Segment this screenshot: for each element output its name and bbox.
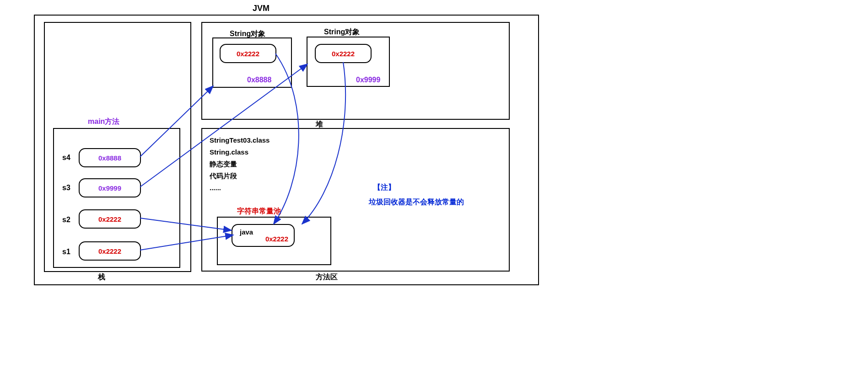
jvm-title: JVM [253, 4, 270, 13]
method-line-3: 静态变量 [210, 160, 237, 169]
note-title: 【注】 [373, 183, 395, 192]
var-s4-pill: 0x8888 [79, 148, 141, 167]
var-s1-label: s1 [62, 248, 70, 256]
var-s4-label: s4 [62, 154, 70, 162]
pool-entry-label: java [240, 228, 253, 236]
method-line-1: StringTest03.class [210, 136, 270, 144]
var-s1-pill: 0x2222 [79, 241, 141, 261]
string-obj1-pill: 0x2222 [220, 44, 276, 63]
var-s2-pill: 0x2222 [79, 209, 141, 229]
string-pool-title: 字符串常量池 [237, 207, 281, 216]
var-s2-label: s2 [62, 216, 70, 224]
var-s3-label: s3 [62, 184, 70, 192]
string-obj2-pill: 0x2222 [315, 44, 372, 63]
stack-label: 栈 [98, 272, 105, 282]
string-pool-entry: java 0x2222 [232, 224, 295, 247]
main-method-label: main方法 [88, 117, 119, 127]
string-obj2-addr: 0x9999 [356, 76, 380, 84]
method-area-label: 方法区 [316, 272, 338, 282]
note-body: 垃圾回收器是不会释放常量的 [369, 197, 464, 207]
pool-entry-addr: 0x2222 [265, 235, 294, 243]
method-line-2: String.class [210, 148, 248, 156]
string-obj2-title: String对象 [324, 27, 360, 37]
method-line-5: ...... [210, 184, 221, 192]
method-line-4: 代码片段 [210, 172, 237, 181]
var-s3-pill: 0x9999 [79, 178, 141, 197]
string-obj1-addr: 0x8888 [247, 76, 271, 84]
